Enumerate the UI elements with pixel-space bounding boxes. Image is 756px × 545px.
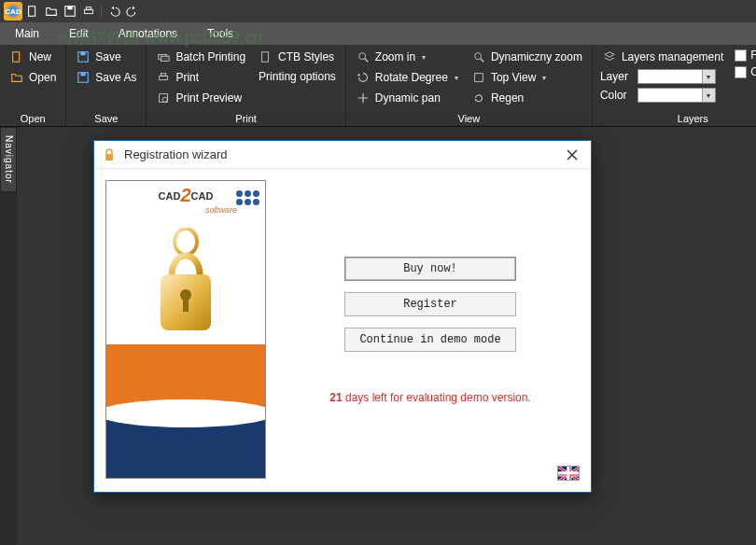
svg-rect-22: [105, 154, 113, 161]
save-icon: [76, 49, 91, 64]
ctb-styles-button[interactable]: CTB Styles: [257, 49, 338, 65]
freeze-label: Freeze: [750, 49, 756, 62]
open-button[interactable]: Open: [7, 69, 58, 86]
svg-rect-0: [29, 7, 35, 17]
regen-button[interactable]: Regen: [469, 90, 584, 106]
svg-rect-13: [161, 74, 166, 77]
close-icon: [567, 149, 578, 161]
open-folder-icon: [9, 70, 24, 85]
svg-rect-12: [160, 76, 168, 79]
continue-demo-button[interactable]: Continue in demo mode: [344, 328, 516, 352]
save-button[interactable]: Save: [74, 49, 138, 65]
days-left-value: 21: [329, 391, 342, 404]
top-view-button[interactable]: Top View ▾: [469, 69, 584, 86]
save-as-button[interactable]: Save As: [74, 69, 138, 86]
uk-flag-icon: [558, 467, 580, 481]
qa-new-icon[interactable]: [24, 3, 41, 20]
menu-annotations[interactable]: Annotations: [104, 22, 192, 45]
menu-edit[interactable]: Edit: [54, 22, 104, 45]
svg-rect-9: [81, 73, 86, 77]
layers-management-button[interactable]: Layers management: [600, 49, 725, 65]
dialog-body: CAD2CAD software Buy now! Register: [94, 169, 591, 492]
batch-printing-button[interactable]: Batch Printing: [154, 49, 247, 65]
layer-combo[interactable]: ▾: [637, 69, 716, 84]
qa-print-icon[interactable]: [80, 3, 97, 20]
buy-now-button[interactable]: Buy now!: [344, 257, 516, 281]
svg-rect-4: [86, 7, 91, 10]
promo-brand-2: CAD: [191, 190, 214, 202]
svg-rect-26: [183, 295, 189, 312]
chevron-down-icon: ▾: [702, 70, 715, 83]
pan-icon: [356, 91, 371, 105]
ribbon: New Open Open Save Save As: [0, 45, 756, 127]
new-file-icon: [9, 49, 24, 64]
svg-point-17: [358, 53, 365, 60]
rotate-degree-label: Rotate Degree: [375, 71, 448, 84]
onoff-checkbox[interactable]: On/Off: [735, 65, 756, 78]
print-button[interactable]: Print: [154, 69, 247, 86]
regen-icon: [471, 91, 486, 105]
group-label-open: Open: [7, 111, 58, 124]
app-logo-icon: CAD: [4, 2, 22, 21]
ctb-styles-label: CTB Styles: [278, 50, 334, 63]
rotate-degree-button[interactable]: Rotate Degree ▾: [354, 69, 460, 86]
ribbon-group-layers: Layers management Layer ▾ Color ▾: [593, 45, 756, 126]
svg-rect-5: [13, 52, 20, 63]
promo-sub: software: [205, 205, 237, 215]
menu-main[interactable]: Main: [0, 22, 54, 45]
zoom-in-icon: [356, 49, 371, 64]
qa-divider: [101, 5, 102, 18]
menubar: Main Edit Annotations Tools: [0, 22, 756, 45]
chevron-down-icon: ▾: [542, 74, 546, 82]
qa-open-icon[interactable]: [43, 3, 60, 20]
svg-line-18: [365, 59, 369, 63]
printing-options-button[interactable]: Printing options: [257, 69, 338, 84]
group-label-layers: Layers: [600, 111, 756, 124]
qa-save-icon[interactable]: [62, 3, 78, 20]
save-as-icon: [76, 70, 91, 85]
close-button[interactable]: [561, 144, 583, 166]
language-flag-button[interactable]: [557, 466, 580, 481]
zoom-in-button[interactable]: Zoom in ▾: [354, 49, 460, 65]
svg-rect-16: [262, 52, 269, 63]
save-as-label: Save As: [95, 71, 136, 84]
print-preview-button[interactable]: Print Preview: [154, 90, 247, 106]
new-label: New: [29, 50, 51, 63]
group-label-print: Print: [154, 111, 337, 124]
promo-curve: [105, 399, 266, 427]
ctb-styles-icon: [259, 49, 273, 64]
register-button[interactable]: Register: [344, 292, 516, 316]
group-label-view: View: [354, 111, 584, 124]
checkbox-icon: [735, 66, 747, 78]
color-combo[interactable]: ▾: [637, 88, 716, 103]
qa-undo-icon[interactable]: [105, 3, 122, 20]
print-label: Print: [175, 71, 199, 84]
regen-label: Regen: [491, 91, 524, 105]
dynamic-pan-button[interactable]: Dynamic pan: [354, 90, 460, 106]
open-label: Open: [29, 71, 56, 84]
layer-combo-row: Layer ▾: [600, 69, 725, 84]
print-preview-label: Print Preview: [175, 91, 242, 105]
svg-rect-7: [81, 52, 86, 56]
color-combo-value: [638, 89, 702, 102]
menu-tools[interactable]: Tools: [192, 22, 248, 45]
promo-two: 2: [180, 185, 190, 205]
qa-redo-icon[interactable]: [124, 3, 141, 20]
save-label: Save: [95, 50, 120, 63]
navigator-panel-tab[interactable]: Navigator: [0, 127, 17, 192]
dynamiczny-zoom-label: Dynamiczny zoom: [491, 50, 582, 63]
layers-icon: [602, 49, 617, 64]
ribbon-group-view: Zoom in ▾ Rotate Degree ▾ Dynamic pan Dy…: [346, 45, 593, 126]
new-button[interactable]: New: [7, 49, 58, 65]
freeze-checkbox[interactable]: Freeze: [735, 49, 756, 62]
dynamiczny-zoom-button[interactable]: Dynamiczny zoom: [469, 49, 584, 65]
lock-icon: [102, 147, 117, 162]
color-label: Color: [600, 89, 634, 102]
dialog-actions: Buy now! Register Continue in demo mode …: [281, 180, 580, 481]
top-view-label: Top View: [491, 71, 536, 84]
top-view-icon: [471, 70, 486, 85]
layer-combo-value: [638, 70, 702, 83]
dialog-titlebar: Registration wizard: [94, 141, 591, 169]
padlock-icon: [144, 228, 228, 349]
ribbon-group-save: Save Save As Save: [66, 45, 147, 126]
